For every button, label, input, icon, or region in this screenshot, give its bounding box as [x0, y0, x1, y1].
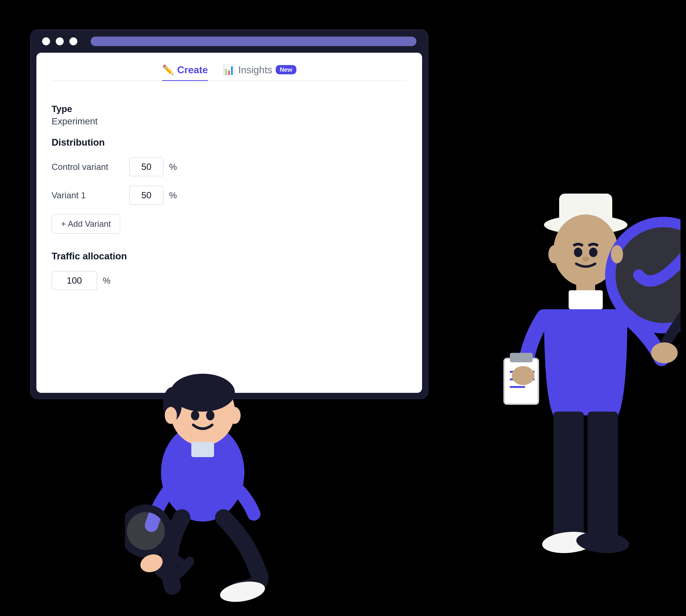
- svg-point-25: [651, 343, 678, 363]
- svg-point-31: [548, 245, 560, 263]
- control-variant-label: Control variant: [51, 162, 124, 172]
- tabs-container: ✏️ Create 📊 Insights New: [51, 64, 407, 81]
- add-variant-button[interactable]: + Add Variant: [51, 214, 120, 234]
- traffic-section: Traffic allocation 100 %: [51, 251, 407, 290]
- browser-dot-3: [69, 37, 78, 45]
- type-value: Experiment: [51, 116, 407, 127]
- tab-insights[interactable]: 📊 Insights New: [223, 64, 296, 81]
- character-standing-container: [495, 188, 681, 606]
- browser-dot-1: [42, 37, 50, 45]
- svg-point-12: [206, 411, 215, 420]
- traffic-input[interactable]: 100: [51, 271, 97, 290]
- control-variant-input[interactable]: 50: [129, 157, 163, 176]
- svg-rect-4: [191, 442, 214, 457]
- svg-rect-28: [588, 412, 618, 541]
- svg-point-32: [611, 245, 623, 263]
- control-variant-percent: %: [169, 162, 177, 172]
- form-section: Type Experiment Distribution Control var…: [51, 96, 407, 298]
- svg-rect-19: [510, 353, 533, 362]
- add-variant-label: + Add Variant: [61, 219, 111, 229]
- variant1-row: Variant 1 50 %: [51, 186, 407, 205]
- character-seated-svg: [125, 343, 281, 605]
- traffic-input-row: 100 %: [51, 271, 407, 290]
- tab-create-label: Create: [177, 64, 208, 75]
- browser-dot-2: [56, 37, 64, 45]
- variant1-label: Variant 1: [51, 190, 124, 200]
- svg-point-26: [512, 366, 534, 385]
- character-standing-svg: [495, 188, 681, 605]
- scene: ✏️ Create 📊 Insights New Type Experiment…: [21, 14, 665, 602]
- traffic-allocation-label: Traffic allocation: [51, 251, 407, 262]
- control-variant-row: Control variant 50 %: [51, 157, 407, 176]
- svg-point-33: [574, 248, 582, 257]
- svg-point-35: [582, 257, 589, 261]
- browser-topbar: [31, 30, 428, 53]
- svg-point-34: [589, 248, 597, 257]
- chart-icon: 📊: [223, 64, 235, 75]
- new-badge: New: [276, 65, 296, 74]
- variant1-input[interactable]: 50: [129, 186, 163, 205]
- svg-rect-27: [553, 412, 584, 541]
- distribution-label: Distribution: [51, 137, 407, 148]
- browser-content: ✏️ Create 📊 Insights New Type Experiment…: [37, 53, 422, 393]
- variant1-percent: %: [169, 190, 177, 200]
- tab-create[interactable]: ✏️ Create: [162, 64, 208, 81]
- svg-point-9: [165, 407, 177, 424]
- type-label: Type: [51, 104, 407, 114]
- svg-rect-17: [569, 290, 603, 309]
- svg-point-11: [191, 411, 199, 420]
- browser-urlbar: [91, 37, 416, 46]
- tab-insights-label: Insights: [238, 64, 272, 75]
- svg-point-10: [228, 407, 241, 424]
- traffic-percent: %: [103, 276, 111, 286]
- character-seated-container: [125, 343, 281, 606]
- pencil-icon: ✏️: [162, 64, 174, 75]
